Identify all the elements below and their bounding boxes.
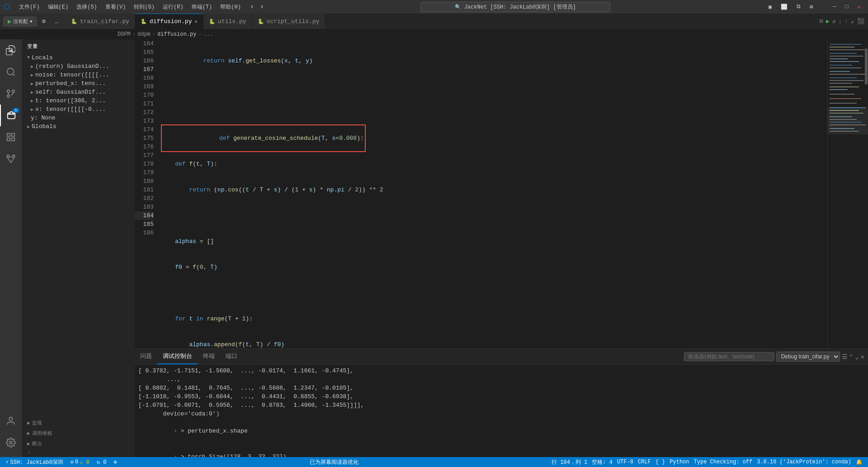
statusbar-braces[interactable]: { } — [654, 459, 667, 465]
editor-step-over[interactable]: ↓ — [839, 18, 842, 25]
breakpoints-label: 断点 — [32, 440, 42, 447]
activity-testing[interactable] — [0, 148, 22, 170]
watch-group[interactable]: ▶ 监视 — [22, 417, 135, 427]
editor-debug-play[interactable]: ▶ — [826, 18, 830, 25]
tab-diffusion[interactable]: 🐍 diffusion.py ✕ — [135, 14, 203, 29]
var-return[interactable]: ▶ (return) GaussianD... — [22, 62, 135, 71]
title-search-box[interactable]: 🔍 JackNet [SSH: JackLab0深圳] [管理员] — [420, 2, 610, 12]
panel-tab-debug-console[interactable]: 调试控制台 — [157, 349, 198, 364]
sidebar-bottom-arrow[interactable]: › — [27, 449, 31, 456]
svg-rect-11 — [828, 107, 868, 134]
maximize-btn[interactable]: □ — [842, 4, 852, 10]
statusbar-language[interactable]: Python — [668, 459, 691, 465]
editor-area: 164 165 166 167 168 169 170 171 172 173 … — [135, 39, 868, 457]
layout-btn-2[interactable]: ⬜ — [777, 4, 791, 10]
callstack-group[interactable]: ▶ 调用堆栈 — [22, 427, 135, 438]
close-btn[interactable]: ✕ — [854, 4, 864, 10]
tab-script-utils[interactable]: 🐍 script_utils.py — [252, 14, 326, 29]
activity-extensions[interactable] — [0, 126, 22, 148]
minimap[interactable] — [827, 39, 868, 348]
var-x[interactable]: ▶ x: tensor([[[[-0.... — [22, 105, 135, 114]
var-perturbed[interactable]: ▶ perturbed_x: tens... — [22, 79, 135, 88]
activity-explorer[interactable] — [0, 39, 22, 61]
menu-edit[interactable]: 编辑(E) — [44, 2, 72, 12]
locals-header[interactable]: ▼ Locals — [22, 53, 135, 62]
statusbar-encoding[interactable]: UTF-8 — [615, 459, 635, 465]
editor-restart-icon[interactable]: ↺ — [832, 18, 836, 25]
menu-file[interactable]: 文件(F) — [15, 2, 43, 12]
svg-rect-15 — [830, 53, 857, 54]
tab-utils[interactable]: 🐍 utils.py — [203, 14, 252, 29]
locals-label: Locals — [32, 54, 131, 61]
breadcrumb-ddpm2[interactable]: ddpm — [137, 31, 151, 38]
filter-input[interactable] — [684, 352, 774, 361]
svg-rect-24 — [830, 80, 863, 81]
editor-main: 164 165 166 167 168 169 170 171 172 173 … — [135, 39, 868, 348]
activity-settings[interactable] — [0, 432, 22, 453]
activity-source-control[interactable] — [0, 83, 22, 105]
globals-header[interactable]: ▶ Globals — [22, 122, 135, 131]
var-self[interactable]: ▶ self: GaussianDif... — [22, 88, 135, 96]
statusbar-indent[interactable]: 空格: 4 — [590, 458, 614, 466]
panel-tab-ports[interactable]: 端口 — [220, 349, 243, 364]
editor-step-out[interactable]: ↙ — [851, 18, 854, 25]
panel-close-icon[interactable]: ✕ — [861, 353, 864, 361]
nav-back[interactable]: ‹ — [248, 3, 256, 11]
layout-btn-1[interactable]: ▣ — [765, 4, 775, 10]
layout-btn-3[interactable]: ⧉ — [793, 4, 804, 10]
tab-train-cifar[interactable]: 🐍 train_cifar.py — [66, 14, 135, 29]
statusbar-port[interactable]: ⊕ — [112, 459, 119, 466]
debug-config-select[interactable]: Debug train_cifar.py — [776, 352, 840, 362]
svg-rect-17 — [830, 58, 848, 59]
statusbar-eol[interactable]: CRLF — [636, 459, 653, 465]
layout-btn-4[interactable]: ⊞ — [806, 4, 816, 10]
nav-forward[interactable]: › — [258, 3, 266, 11]
activity-debug[interactable]: 1 — [0, 105, 22, 126]
menu-view[interactable]: 查看(V) — [102, 2, 130, 12]
statusbar-accessibility[interactable]: 已为屏幕阅读器优化 — [308, 458, 360, 466]
var-noise[interactable]: ▶ noise: tensor([[[[... — [22, 71, 135, 79]
statusbar-python-version[interactable]: 3.8.16 ('JackProtein': conda) — [755, 459, 853, 465]
locals-section: ▼ Locals ▶ (return) GaussianD... ▶ noise… — [22, 53, 135, 122]
menu-help[interactable]: 帮助(H) — [217, 2, 245, 12]
panel-expand-icon[interactable]: ⌃ — [849, 353, 853, 361]
breadcrumb-more[interactable]: ... — [203, 31, 213, 38]
debug-settings-icon[interactable]: ⚙ — [38, 18, 49, 25]
accessibility-text: 已为屏幕阅读器优化 — [310, 458, 359, 466]
titlebar: ⬡ 文件(F) 编辑(E) 选择(S) 查看(V) 转到(G) 运行(R) 终端… — [0, 0, 868, 14]
editor-step-in[interactable]: ↑ — [844, 18, 848, 25]
panel-collapse-icon[interactable]: ⌄ — [855, 353, 859, 361]
minimize-btn[interactable]: ─ — [829, 4, 840, 10]
line-165 — [161, 82, 827, 91]
remote-label: JackNet [SSH: JackLab0深圳] [管理员] — [464, 4, 576, 10]
panel-list-icon[interactable]: ☰ — [842, 353, 848, 361]
breadcrumb-file[interactable]: diffusion.py — [157, 31, 196, 38]
terminal-line-6: device='cuda:0') — [138, 410, 864, 418]
statusbar-errors[interactable]: ⊘ 0 ⚠ 0 — [69, 459, 91, 466]
tab-close-diffusion[interactable]: ✕ — [194, 19, 198, 24]
tab-bar: ▶ 没有配 ▾ ⚙ … 🐍 train_cifar.py 🐍 diffusion… — [0, 14, 868, 29]
activity-search[interactable] — [0, 61, 22, 83]
menu-goto[interactable]: 转到(G) — [130, 2, 158, 12]
statusbar-bell[interactable]: 🔔 — [854, 459, 864, 466]
panel-tab-terminal[interactable]: 终端 — [198, 349, 220, 364]
breadcrumb-ddpm[interactable]: DDPM — [118, 31, 131, 38]
breakpoints-group[interactable]: ▶ 断点 — [22, 438, 135, 448]
menu-select[interactable]: 选择(S) — [73, 2, 101, 12]
editor-stop-icon[interactable]: ⬛ — [857, 18, 864, 25]
menu-run[interactable]: 运行(R) — [159, 2, 187, 12]
svg-rect-18 — [830, 61, 859, 62]
var-t[interactable]: ▶ t: tensor([386, 2... — [22, 96, 135, 105]
statusbar-remote[interactable]: ⚡ SSH: JackLab0深圳 — [4, 458, 65, 466]
panel: 问题 调试控制台 终端 端口 Debug train_cifar.py ☰ ⌃ … — [135, 348, 868, 457]
menu-terminal[interactable]: 终端(T) — [188, 2, 216, 12]
debug-more-icon[interactable]: … — [51, 18, 62, 25]
panel-tab-problems[interactable]: 问题 — [135, 349, 157, 364]
line-166 — [161, 108, 827, 117]
activity-account[interactable] — [0, 410, 22, 432]
run-button[interactable]: ▶ 没有配 ▾ — [4, 17, 37, 26]
editor-layout-icon[interactable]: ⊟ — [820, 18, 823, 25]
statusbar-sync[interactable]: ↻ 0 — [95, 459, 108, 466]
statusbar-type-checking[interactable]: Type Checking: off — [692, 459, 755, 465]
statusbar-line-col[interactable]: 行 184，列 1 — [550, 458, 589, 466]
